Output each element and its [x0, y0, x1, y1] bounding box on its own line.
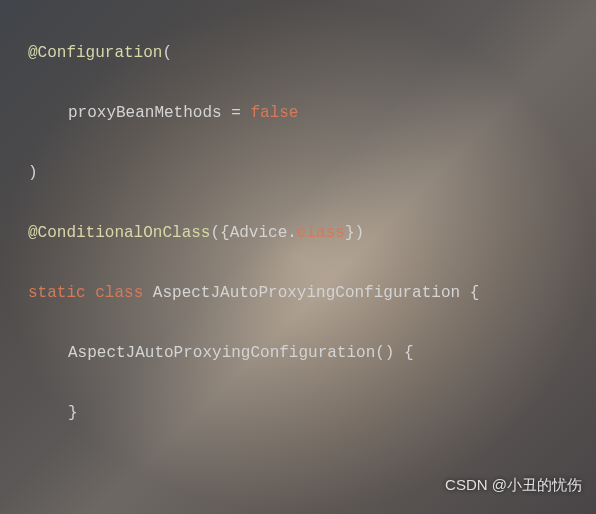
keyword: class — [95, 284, 143, 302]
code-line: @ConditionalOnClass({Advice.class}) — [28, 218, 588, 248]
watermark: CSDN @小丑的忧伤 — [445, 470, 582, 500]
code-line: AspectJAutoProxyingConfiguration() { — [28, 338, 588, 368]
brace: } — [68, 404, 78, 422]
space — [394, 344, 404, 362]
parens: () — [375, 344, 394, 362]
code-line: proxyBeanMethods = false — [28, 98, 588, 128]
code-line: @Configuration( — [28, 38, 588, 68]
brace: { — [404, 344, 414, 362]
punct: ({ — [210, 224, 229, 242]
brace: { — [470, 284, 480, 302]
punct: }) — [345, 224, 364, 242]
space — [143, 284, 153, 302]
annotation: @ConditionalOnClass — [28, 224, 210, 242]
constructor-name: AspectJAutoProxyingConfiguration — [68, 344, 375, 362]
code-line: static class AspectJAutoProxyingConfigur… — [28, 278, 588, 308]
param: proxyBeanMethods = — [68, 104, 250, 122]
keyword: class — [297, 224, 345, 242]
punct: ) — [28, 164, 38, 182]
space — [86, 284, 96, 302]
punct: ( — [162, 44, 172, 62]
bool-literal: false — [250, 104, 298, 122]
code-block: @Configuration( proxyBeanMethods = false… — [0, 0, 596, 514]
annotation: @Configuration — [28, 44, 162, 62]
code-line: } — [28, 398, 588, 428]
type-ref: Advice. — [230, 224, 297, 242]
code-line: ) — [28, 158, 588, 188]
keyword: static — [28, 284, 86, 302]
class-name: AspectJAutoProxyingConfiguration — [153, 284, 470, 302]
